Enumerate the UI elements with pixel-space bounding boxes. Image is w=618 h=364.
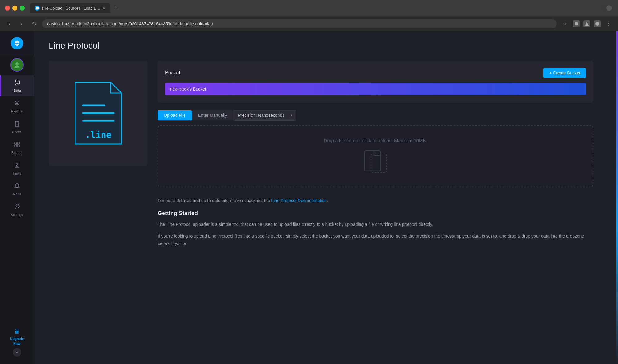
bucket-item-selected[interactable]: rick+book's Bucket [165, 83, 586, 95]
back-button[interactable]: ‹ [5, 19, 14, 28]
scroll-accent [616, 31, 618, 364]
sidebar-item-label-explore: Explore [11, 109, 23, 113]
line-protocol-docs-link[interactable]: Line Protocol Documentation [271, 198, 327, 203]
extension-icon-1[interactable] [573, 20, 580, 27]
svg-rect-16 [371, 154, 386, 172]
info-intro-suffix: . [327, 198, 328, 203]
minimize-window-button[interactable] [12, 6, 17, 11]
sidebar-item-settings[interactable]: Settings [0, 200, 34, 220]
close-window-button[interactable] [5, 6, 10, 11]
tab-title: File Upload | Sources | Load D... [42, 6, 100, 11]
toolbar-actions: ☆ ⋮ [560, 19, 613, 28]
info-intro-prefix: For more detailed and up to date informa… [158, 198, 271, 203]
sidebar-item-boards[interactable]: Boards [0, 138, 34, 158]
upgrade-label-line1: Upgrade [10, 337, 24, 341]
sidebar-item-label-data: Data [14, 89, 21, 92]
title-bar: File Upload | Sources | Load D... ✕ + [0, 0, 618, 16]
tab-enter-manually[interactable]: Enter Manually [192, 110, 233, 120]
precision-wrapper: Precision: Nanoseconds Precision: Micros… [233, 110, 296, 121]
database-icon [14, 79, 21, 87]
bucket-section-title: Bucket [165, 70, 180, 76]
explore-icon [14, 100, 20, 108]
browser-toolbar: ‹ › ↻ ☆ ⋮ [0, 16, 618, 31]
content-area[interactable]: Line Protocol [34, 31, 618, 364]
bucket-header: Bucket + Create Bucket [165, 68, 586, 78]
sidebar-item-explore[interactable]: Explore [0, 96, 34, 117]
boards-icon [14, 141, 20, 150]
line-protocol-icon: .line [67, 76, 129, 150]
bell-icon [14, 183, 20, 191]
sidebar-item-books[interactable]: Books [0, 117, 34, 138]
page-title: Line Protocol [49, 41, 593, 51]
create-bucket-button[interactable]: + Create Bucket [543, 68, 586, 78]
bucket-section: Bucket + Create Bucket rick+book's Bucke… [158, 61, 593, 103]
drop-zone-text: Drop a file here or click to upload. Max… [324, 138, 427, 143]
svg-rect-6 [15, 142, 17, 144]
extension-icon-2[interactable] [583, 20, 590, 27]
file-drop-zone[interactable]: Drop a file here or click to upload. Max… [158, 125, 593, 187]
sidebar-item-label-alerts: Alerts [12, 192, 21, 196]
new-tab-button[interactable]: + [112, 4, 120, 13]
sidebar-item-alerts[interactable]: Alerts [0, 179, 34, 200]
sidebar-item-tasks[interactable]: Tasks [0, 158, 34, 179]
sidebar-item-label-boards: Boards [11, 151, 22, 154]
upload-tabs: Upload File Enter Manually Precision: Na… [158, 110, 593, 121]
browser-chrome: File Upload | Sources | Load D... ✕ + ‹ … [0, 0, 618, 31]
svg-text:.line: .line [85, 130, 111, 140]
svg-point-5 [16, 103, 18, 104]
collapse-sidebar-button[interactable]: ▸ [13, 348, 21, 357]
bookmark-button[interactable]: ☆ [560, 19, 569, 28]
info-intro-text: For more detailed and up to date informa… [158, 197, 593, 204]
svg-marker-1 [585, 22, 589, 26]
books-icon [14, 121, 20, 129]
getting-started-heading: Getting Started [158, 210, 593, 217]
forward-button[interactable]: › [17, 19, 26, 28]
traffic-lights [5, 6, 25, 11]
svg-point-3 [15, 62, 19, 66]
file-upload-icon [362, 149, 390, 175]
svg-point-4 [15, 80, 19, 82]
info-body: The Line Protocol uploader is a simple t… [158, 221, 593, 247]
tasks-icon [14, 162, 20, 170]
window-control [601, 4, 613, 12]
sidebar-item-label-tasks: Tasks [12, 171, 21, 175]
info-para-2: If you're looking to upload Line Protoco… [158, 233, 593, 248]
svg-rect-7 [17, 142, 19, 144]
sidebar: Data Explore [0, 31, 34, 364]
tab-favicon [35, 6, 40, 11]
tab-bar: File Upload | Sources | Load D... ✕ + [30, 3, 598, 13]
influxdb-logo-icon [11, 37, 23, 49]
extension-icon-3[interactable] [594, 20, 601, 27]
upgrade-label-line2: Now [13, 342, 20, 345]
right-panel: Bucket + Create Bucket rick+book's Bucke… [158, 61, 593, 252]
address-bar[interactable] [42, 19, 557, 28]
tab-upload-file[interactable]: Upload File [158, 110, 192, 120]
sidebar-item-label-settings: Settings [11, 213, 23, 217]
svg-point-2 [595, 22, 599, 26]
main-content: Line Protocol [34, 31, 618, 364]
crown-icon: ♛ [14, 328, 20, 336]
info-section: For more detailed and up to date informa… [158, 197, 593, 252]
precision-dropdown[interactable]: Precision: Nanoseconds Precision: Micros… [233, 110, 296, 121]
svg-rect-8 [15, 145, 17, 147]
sidebar-bottom: ♛ Upgrade Now ▸ [0, 328, 34, 359]
refresh-button[interactable]: ↻ [30, 19, 38, 28]
maximize-window-button[interactable] [20, 6, 25, 11]
user-avatar-section[interactable] [0, 56, 34, 74]
upload-section: Upload File Enter Manually Precision: Na… [158, 110, 593, 187]
sidebar-nav: Data Explore [0, 75, 34, 328]
sidebar-logo[interactable] [0, 31, 34, 56]
upgrade-section[interactable]: ♛ Upgrade Now [10, 328, 24, 345]
sidebar-item-label-books: Books [12, 130, 22, 134]
wrench-icon [14, 203, 20, 212]
sidebar-item-data[interactable]: Data [0, 75, 34, 96]
svg-rect-0 [575, 22, 578, 25]
line-protocol-icon-panel: .line [49, 61, 148, 166]
avatar [10, 58, 24, 72]
svg-rect-9 [17, 145, 19, 147]
menu-button[interactable]: ⋮ [604, 19, 613, 28]
close-tab-icon[interactable]: ✕ [102, 6, 105, 10]
app-container: Data Explore [0, 31, 618, 364]
active-tab[interactable]: File Upload | Sources | Load D... ✕ [30, 3, 110, 13]
info-para-1: The Line Protocol uploader is a simple t… [158, 221, 593, 228]
